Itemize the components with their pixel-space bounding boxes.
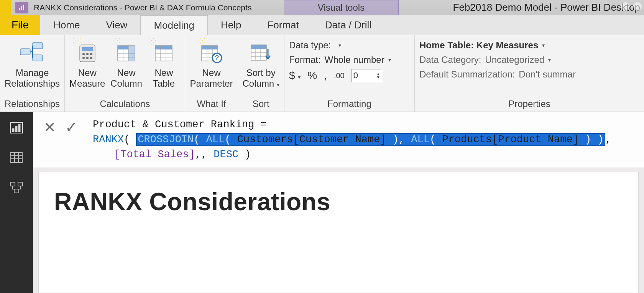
data-view-button[interactable] (8, 149, 25, 166)
formula-editor[interactable]: Product & Customer Ranking = RANKX( CROS… (88, 112, 644, 168)
data-category-value: Uncategorized (485, 54, 544, 65)
tab-help[interactable]: Help (208, 15, 254, 35)
tab-data-drill[interactable]: Data / Drill (312, 15, 384, 35)
default-summarization-value: Don't summar (519, 69, 576, 80)
decimals-value: 0 (353, 71, 358, 81)
group-label-relationships: Relationships (5, 97, 60, 112)
main-area: ✕ ✓ Product & Customer Ranking = RANKX( … (33, 112, 644, 293)
tab-view[interactable]: View (93, 15, 140, 35)
format-dropdown[interactable]: Format: Whole number ▾ (289, 54, 391, 65)
ribbon-tabs: File Home View Modeling Help Format Data… (0, 15, 644, 35)
new-column-button[interactable]: New Column (110, 38, 143, 89)
commit-formula-button[interactable]: ✓ (65, 119, 77, 136)
svg-rect-20 (202, 46, 218, 49)
data-category-dropdown[interactable]: Data Category: Uncategorized ▾ (419, 54, 576, 65)
sort-icon (248, 39, 274, 66)
formula-measure-name: Product & Customer Ranking (93, 119, 254, 130)
share-icon[interactable] (633, 2, 642, 11)
decimals-input[interactable]: 0 ▲▼ (352, 69, 382, 82)
new-parameter-icon: ? (198, 39, 225, 66)
group-calculations: New Measure New Column (65, 35, 185, 112)
group-label-calculations: Calculations (69, 97, 180, 112)
currency-button[interactable]: $ ▾ (289, 69, 301, 82)
formula-total-sales: [Total Sales] (114, 149, 195, 160)
report-canvas[interactable]: RANKX Considerations (38, 172, 639, 293)
svg-point-11 (82, 57, 85, 59)
formula-bar: ✕ ✓ Product & Customer Ranking = RANKX( … (33, 112, 644, 168)
relationships-icon (19, 39, 46, 66)
group-sort: Sort by Column ▾ Sort (238, 35, 284, 112)
svg-rect-2 (23, 5, 24, 10)
chevron-down-icon: ▾ (548, 57, 551, 63)
svg-rect-32 (14, 189, 19, 193)
svg-rect-28 (18, 124, 20, 132)
view-rail (0, 112, 33, 293)
group-label-formatting: Formatting (289, 97, 410, 112)
svg-rect-0 (19, 8, 20, 10)
watch-later-icon[interactable] (621, 2, 629, 11)
video-title: RANKX Considerations - Power BI & DAX Fo… (31, 3, 251, 12)
default-summarization-label: Default Summarization: (419, 69, 515, 80)
new-measure-icon (74, 39, 101, 66)
svg-rect-24 (251, 45, 266, 49)
chevron-down-icon: ▾ (542, 42, 545, 48)
new-measure-label: New Measure (69, 67, 105, 89)
new-column-label: New Column (110, 67, 142, 89)
svg-rect-5 (20, 49, 30, 55)
quickaccess-icon[interactable] (15, 2, 28, 13)
sort-by-column-button[interactable]: Sort by Column ▾ (243, 38, 279, 89)
video-overlay-controls (621, 2, 642, 11)
percent-button[interactable]: % (307, 69, 317, 82)
default-summarization-dropdown[interactable]: Default Summarization: Don't summar (419, 69, 576, 80)
tab-modeling[interactable]: Modeling (140, 15, 208, 35)
tab-format[interactable]: Format (254, 15, 312, 35)
ribbon: Manage Relationships Relationships New M… (0, 35, 644, 112)
chevron-down-icon: ▾ (277, 82, 279, 88)
group-formatting: Data type: ▾ Format: Whole number ▾ $ ▾ … (284, 35, 415, 112)
data-type-dropdown[interactable]: Data type: ▾ (289, 40, 391, 51)
formula-selection: CROSSJOIN( ALL( Customers[Customer Name]… (136, 133, 605, 146)
svg-rect-3 (33, 43, 43, 49)
data-type-label: Data type: (289, 40, 331, 51)
thousands-button[interactable]: , (324, 69, 327, 82)
group-whatif: ? New Parameter What If (185, 35, 238, 112)
new-table-label: New Table (153, 67, 175, 89)
tab-home[interactable]: Home (40, 15, 93, 35)
model-view-button[interactable] (8, 179, 25, 196)
formula-rankx: RANKX (93, 134, 124, 145)
spinner-icon[interactable]: ▲▼ (376, 72, 380, 79)
new-table-icon (150, 39, 177, 66)
new-measure-button[interactable]: New Measure (69, 38, 105, 89)
group-label-whatif: What If (190, 97, 233, 112)
contextual-tab-visual-tools[interactable]: Visual tools (284, 0, 399, 15)
svg-point-13 (90, 57, 92, 59)
tab-file[interactable]: File (0, 15, 40, 35)
workspace: ✕ ✓ Product & Customer Ranking = RANKX( … (0, 112, 644, 293)
svg-point-10 (90, 53, 92, 55)
manage-relationships-button[interactable]: Manage Relationships (5, 38, 60, 89)
new-table-button[interactable]: New Table (147, 38, 180, 89)
new-parameter-button[interactable]: ? New Parameter (190, 38, 233, 89)
titlebar: RANKX Considerations - Power BI & DAX Fo… (0, 0, 644, 15)
sort-by-column-label: Sort by Column ▾ (243, 67, 279, 89)
home-table-dropdown[interactable]: Home Table: Key Measures ▾ (419, 40, 576, 51)
canvas-heading: RANKX Considerations (54, 188, 623, 216)
report-view-button[interactable] (8, 119, 25, 137)
manage-relationships-label: Manage Relationships (5, 67, 60, 89)
group-relationships: Manage Relationships Relationships (0, 35, 65, 112)
svg-rect-4 (33, 55, 43, 61)
chevron-down-icon: ▾ (388, 57, 391, 63)
svg-text:?: ? (215, 54, 219, 62)
group-properties: Home Table: Key Measures ▾ Data Category… (415, 35, 644, 112)
decimals-icon: .00 (334, 71, 345, 80)
chevron-down-icon: ▾ (338, 42, 341, 48)
group-label-properties: Properties (419, 97, 639, 112)
svg-rect-27 (15, 126, 17, 132)
cancel-formula-button[interactable]: ✕ (44, 119, 56, 136)
app-brand-block (0, 0, 11, 15)
home-table-value: Key Measures (476, 40, 538, 50)
formula-desc: DESC (214, 149, 238, 160)
svg-point-8 (82, 53, 85, 55)
svg-point-12 (86, 57, 89, 59)
svg-rect-7 (82, 47, 93, 51)
